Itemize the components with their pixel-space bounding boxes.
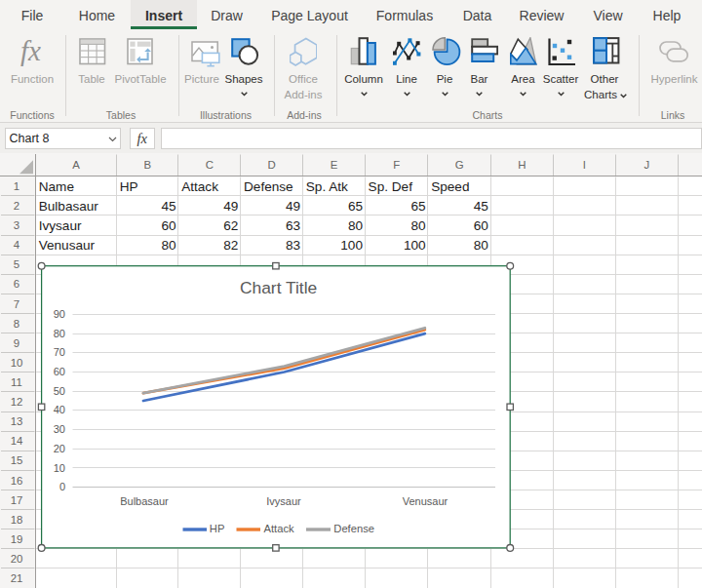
svg-text:12: 12 (11, 396, 23, 408)
svg-text:45: 45 (161, 199, 176, 214)
svg-text:60: 60 (474, 218, 489, 233)
svg-text:17: 17 (11, 494, 23, 506)
svg-text:Defense: Defense (333, 523, 374, 534)
svg-text:1: 1 (14, 180, 20, 192)
svg-text:Ivysaur: Ivysaur (266, 495, 301, 507)
svg-text:20: 20 (54, 443, 65, 454)
svg-text:8: 8 (14, 318, 20, 330)
svg-text:Sp. Atk: Sp. Atk (306, 179, 348, 194)
svg-text:Speed: Speed (431, 179, 469, 194)
svg-text:83: 83 (286, 238, 300, 253)
svg-text:82: 82 (223, 238, 238, 253)
svg-text:Name: Name (39, 179, 74, 194)
svg-text:H: H (518, 159, 526, 171)
svg-text:65: 65 (348, 199, 363, 214)
svg-text:50: 50 (54, 385, 65, 397)
svg-text:J: J (644, 159, 649, 171)
svg-text:9: 9 (14, 337, 20, 349)
svg-text:65: 65 (410, 199, 425, 214)
svg-text:49: 49 (223, 199, 238, 214)
svg-text:100: 100 (404, 238, 426, 253)
svg-text:3: 3 (14, 219, 20, 231)
svg-text:40: 40 (54, 404, 65, 415)
svg-text:30: 30 (54, 423, 65, 435)
svg-text:Sp. Def: Sp. Def (369, 179, 413, 194)
svg-text:Bulbasaur: Bulbasaur (120, 495, 169, 507)
svg-text:80: 80 (161, 238, 176, 253)
svg-text:D: D (268, 159, 276, 171)
svg-text:6: 6 (14, 278, 20, 290)
svg-text:Venusaur: Venusaur (403, 495, 448, 507)
svg-text:Ivysaur: Ivysaur (39, 218, 82, 233)
svg-text:Chart Title: Chart Title (240, 278, 317, 297)
svg-text:80: 80 (54, 328, 65, 339)
svg-text:18: 18 (11, 514, 23, 526)
svg-text:E: E (331, 159, 338, 171)
svg-text:100: 100 (340, 238, 363, 253)
svg-text:HP: HP (210, 523, 225, 534)
svg-text:Attack: Attack (181, 179, 218, 194)
svg-text:I: I (583, 159, 586, 171)
svg-text:60: 60 (161, 218, 176, 233)
svg-text:20: 20 (11, 553, 23, 565)
svg-text:90: 90 (54, 308, 65, 320)
svg-text:19: 19 (11, 533, 23, 545)
svg-text:Attack: Attack (264, 523, 294, 534)
svg-text:Defense: Defense (244, 179, 293, 194)
svg-text:49: 49 (286, 199, 300, 214)
svg-text:10: 10 (54, 462, 65, 474)
svg-text:F: F (393, 159, 400, 171)
svg-text:62: 62 (223, 218, 238, 233)
svg-text:2: 2 (14, 200, 20, 212)
svg-text:4: 4 (14, 239, 20, 251)
svg-text:B: B (143, 159, 151, 171)
svg-text:7: 7 (14, 298, 20, 310)
svg-text:5: 5 (14, 258, 20, 270)
svg-text:HP: HP (120, 179, 138, 194)
svg-text:21: 21 (11, 572, 23, 584)
svg-text:80: 80 (348, 218, 364, 233)
svg-text:60: 60 (54, 366, 65, 377)
svg-text:13: 13 (11, 415, 23, 427)
svg-text:15: 15 (11, 454, 23, 466)
svg-text:11: 11 (11, 376, 22, 388)
svg-text:70: 70 (54, 346, 65, 358)
svg-text:10: 10 (11, 357, 23, 369)
svg-text:45: 45 (474, 199, 488, 214)
svg-text:0: 0 (59, 481, 65, 492)
svg-text:16: 16 (11, 475, 23, 487)
svg-text:Venusaur: Venusaur (39, 238, 96, 253)
svg-text:Bulbasaur: Bulbasaur (39, 199, 99, 214)
svg-text:C: C (206, 159, 214, 171)
svg-text:80: 80 (474, 238, 489, 253)
svg-text:63: 63 (286, 218, 300, 233)
svg-text:G: G (455, 159, 464, 171)
svg-text:80: 80 (410, 218, 426, 233)
svg-text:14: 14 (11, 435, 23, 447)
svg-text:A: A (72, 159, 80, 171)
